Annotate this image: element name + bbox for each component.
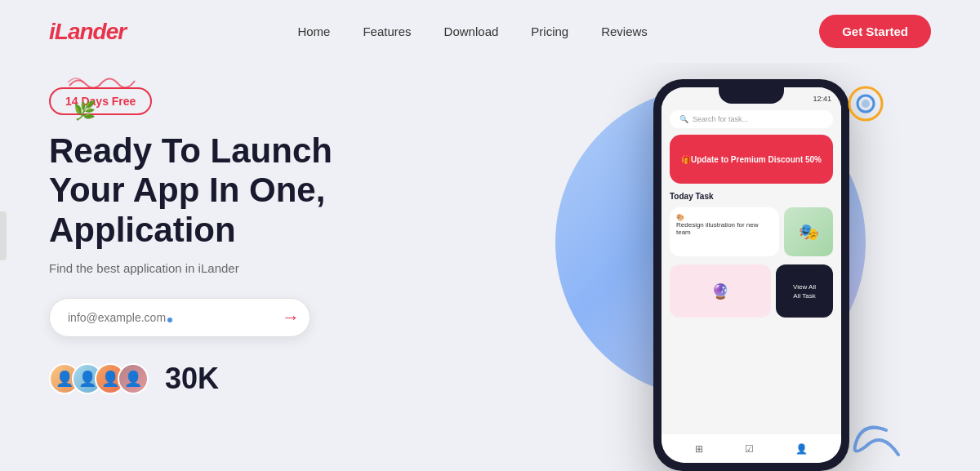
section-label: Today Task (670, 192, 833, 201)
nav-item-home[interactable]: Home (297, 24, 330, 39)
hero-subtitle: Find the best application in iLander (49, 261, 392, 275)
nav-item-pricing[interactable]: Pricing (531, 24, 568, 39)
phone-mockup: 12:41 🔍 Search for task... 🎁 Update to P… (653, 79, 849, 471)
logo: iLander (49, 19, 126, 45)
task-card: 🎨 Redesign illustration for new team (670, 207, 779, 256)
promo-emoji: 🎁 (681, 155, 691, 164)
promo-card: 🎁 Update to Premium Discount 50% (670, 135, 833, 184)
decorative-ring (845, 83, 886, 124)
bottom-cards-row: 🔮 View All All Task (670, 264, 833, 318)
email-input[interactable] (68, 311, 282, 324)
blue-dot-decoration (167, 318, 172, 322)
submit-email-button[interactable]: → (282, 307, 300, 328)
hero-title-line1: Ready To Launch (49, 131, 332, 170)
nav-link-pricing[interactable]: Pricing (531, 24, 568, 38)
view-all-sub: All Task (793, 292, 815, 300)
hero-title: Ready To Launch Your App In One, Applica… (49, 131, 392, 250)
hero-section: 14 Days Free 🌿 Ready To Launch Your App … (0, 63, 980, 470)
nav-item-features[interactable]: Features (363, 24, 411, 39)
avatar-group: 👤 👤 👤 👤 (49, 363, 149, 394)
user-count: 30K (165, 362, 219, 396)
view-all-label: View All (793, 283, 816, 291)
arrow-right-icon: → (282, 307, 300, 328)
home-icon: ⊞ (695, 443, 703, 455)
hero-title-line3: Application (49, 211, 236, 249)
svg-point-2 (862, 100, 870, 108)
hero-left: 14 Days Free 🌿 Ready To Launch Your App … (49, 71, 392, 396)
search-placeholder: Search for task... (693, 115, 748, 123)
phone-bottom-bar: ⊞ ☑ 👤 (662, 434, 841, 463)
logo-text: Lander (55, 19, 126, 44)
pink-card: 🔮 (670, 264, 771, 318)
search-icon: 🔍 (679, 115, 688, 123)
task-icon: ☑ (745, 443, 754, 455)
email-input-wrapper[interactable]: → (49, 298, 310, 337)
phone-notch (719, 87, 784, 104)
logo-accent: i (49, 19, 55, 44)
task-cards-row: 🎨 Redesign illustration for new team 🎭 (670, 207, 833, 256)
promo-text: Update to Premium Discount 50% (691, 155, 822, 164)
nav-link-download[interactable]: Download (444, 24, 499, 38)
phone-outer: 12:41 🔍 Search for task... 🎁 Update to P… (653, 79, 849, 471)
free-trial-badge: 14 Days Free (49, 87, 152, 115)
social-proof: 👤 👤 👤 👤 30K (49, 362, 392, 396)
phone-search-bar: 🔍 Search for task... (670, 110, 833, 128)
swirl-decoration (841, 414, 906, 470)
nav-item-download[interactable]: Download (444, 24, 499, 39)
task-image-card: 🎭 (784, 207, 833, 256)
hero-title-line2: Your App In One, (49, 171, 325, 209)
task-card-text: Redesign illustration for new team (676, 221, 773, 236)
nav-link-features[interactable]: Features (363, 24, 411, 38)
phone-time: 12:41 (813, 95, 831, 103)
nav-link-home[interactable]: Home (297, 24, 330, 38)
phone-content: 🎁 Update to Premium Discount 50% Today T… (662, 135, 841, 431)
phone-screen: 12:41 🔍 Search for task... 🎁 Update to P… (662, 87, 841, 463)
navbar: iLander Home Features Download Pricing R… (0, 0, 980, 63)
get-started-button[interactable]: Get Started (819, 15, 931, 48)
avatar-face: 👤 (119, 365, 147, 393)
profile-icon: 👤 (795, 443, 808, 455)
hero-right: 12:41 🔍 Search for task... 🎁 Update to P… (392, 71, 931, 470)
nav-links: Home Features Download Pricing Reviews (297, 24, 647, 39)
view-all-card: View All All Task (776, 264, 833, 318)
nav-item-reviews[interactable]: Reviews (601, 24, 648, 39)
nav-link-reviews[interactable]: Reviews (601, 24, 648, 38)
leaf-decoration: 🌿 (74, 100, 96, 122)
badge-container: 14 Days Free 🌿 (49, 87, 152, 115)
avatar: 👤 (118, 363, 149, 394)
task-card-emoji: 🎨 (676, 214, 773, 221)
